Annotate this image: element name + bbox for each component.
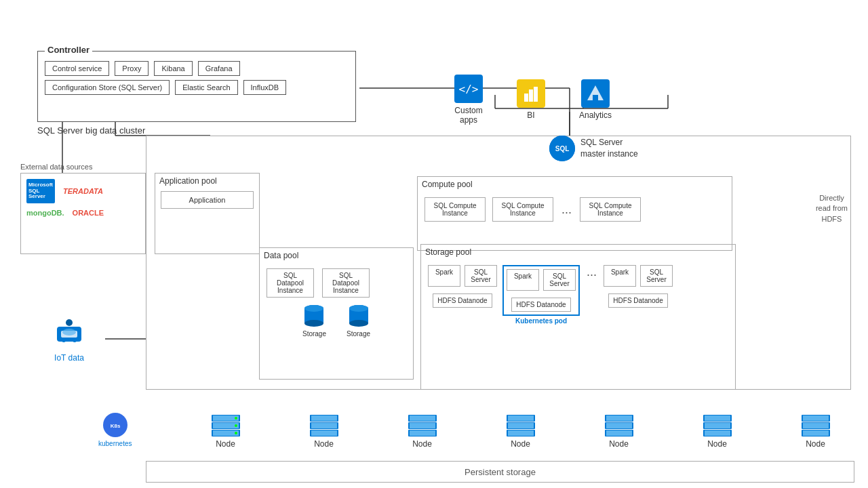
svg-rect-94: [705, 430, 730, 436]
node-server-icon-7: [802, 415, 830, 436]
k8s-pod-container: Spark SQLServer HDFS Datanode Kubernetes…: [502, 265, 580, 325]
application-inner: Application: [161, 191, 254, 209]
node-server-icon-6: [703, 415, 732, 436]
svg-point-49: [66, 319, 73, 326]
svg-point-63: [235, 424, 237, 427]
oracle-logo: ORACLE: [73, 209, 104, 217]
svg-rect-96: [803, 415, 829, 421]
hdfs-direct-label: Directlyread fromHDFS: [816, 193, 848, 224]
analytics-item: Analytics: [579, 79, 612, 120]
svg-rect-32: [524, 94, 528, 102]
top-apps: </> Customapps BI Ana: [454, 75, 612, 125]
app-pool-label: Application pool: [155, 174, 259, 188]
bi-item: BI: [517, 79, 545, 120]
svg-rect-86: [606, 423, 632, 428]
svg-rect-84: [606, 415, 632, 421]
spark-sql-pair-2: Spark SQLServer: [507, 269, 576, 291]
svg-point-46: [349, 320, 368, 327]
compute-instance-3: SQL ComputeInstance: [580, 197, 641, 222]
node-item-7: Node: [766, 415, 865, 449]
node-server-icon-5: [605, 415, 633, 436]
teradata-logo: TERADATA: [63, 187, 103, 195]
svg-rect-78: [508, 415, 534, 421]
compute-instances: SQL ComputeInstance SQL ComputeInstance …: [418, 192, 732, 227]
persistent-storage-bar: Persistent storage: [146, 461, 854, 483]
svg-rect-68: [311, 423, 337, 428]
svg-rect-76: [410, 430, 435, 436]
ctrl-btn-grafana: Grafana: [198, 61, 240, 76]
controller-label: Controller: [45, 45, 92, 55]
ext-sources-label: External data sources: [20, 163, 92, 171]
custom-apps-label: Customapps: [454, 106, 482, 125]
bdc-label: SQL Server big data cluster: [37, 125, 145, 136]
data-instance-1: SQLDatapoolInstance: [267, 268, 314, 298]
svg-point-43: [304, 305, 323, 312]
ext-logos: MicrosoftSQLServer TERADATA mongoDB. ORA…: [21, 174, 145, 222]
svg-point-47: [349, 305, 368, 312]
data-instance-2: SQLDatapoolInstance: [322, 268, 370, 298]
svg-rect-82: [508, 430, 534, 436]
controller-items: Control service Proxy Kibana Grafana Con…: [38, 52, 355, 100]
node-label-5: Node: [609, 439, 629, 449]
persistent-storage-label: Persistent storage: [465, 467, 536, 477]
ctrl-btn-elastic: Elastic Search: [175, 80, 237, 95]
ms-sql-logo: MicrosoftSQLServer: [26, 179, 55, 203]
iot-section: IoT data: [54, 319, 84, 363]
svg-point-64: [235, 432, 237, 434]
node-label-3: Node: [412, 439, 432, 449]
custom-apps-item: </> Customapps: [454, 75, 483, 125]
storage-icons: Storage Storage: [260, 300, 413, 340]
svg-rect-88: [606, 430, 632, 436]
node-server-icon-3: [408, 415, 437, 436]
ctrl-btn-kibana: Kibana: [154, 61, 192, 76]
node-label-4: Node: [511, 439, 530, 449]
application-pool: Application pool Application: [155, 173, 260, 254]
node-item-1: Node: [176, 415, 275, 449]
node-item-2: Node: [275, 415, 373, 449]
svg-rect-98: [803, 423, 829, 428]
storage-dots-sep: ...: [587, 265, 597, 279]
spark-sql-pair-1: Spark SQLServer: [428, 265, 497, 287]
svg-rect-70: [311, 430, 337, 436]
ext-sources-box: MicrosoftSQLServer TERADATA mongoDB. ORA…: [20, 173, 146, 254]
sql-master-text: SQL Servermaster instance: [580, 137, 638, 160]
node-item-4: Node: [471, 415, 570, 449]
data-pool-label: Data pool: [260, 248, 413, 263]
svg-rect-80: [508, 423, 534, 428]
iot-label: IoT data: [54, 353, 84, 363]
svg-point-52: [73, 338, 77, 342]
svg-rect-92: [705, 423, 730, 428]
sql-master-icon: SQL: [549, 136, 575, 161]
dots-separator: ...: [561, 203, 572, 217]
node-item-3: Node: [373, 415, 471, 449]
ctrl-btn-config-store: Configuration Store (SQL Server): [45, 80, 170, 95]
storage-pod-group-1: Spark SQLServer HDFS Datanode: [428, 265, 497, 308]
storage-item-2: Storage: [347, 303, 370, 338]
storage-pool-label: Storage pool: [421, 245, 735, 260]
ext-row-2: mongoDB. ORACLE: [26, 209, 140, 217]
k8s-pod-label: Kubernetes pod: [502, 317, 580, 325]
storage-pod-group-3: Spark SQLServer HDFS Datanode: [604, 265, 673, 308]
data-instances: SQLDatapoolInstance SQLDatapoolInstance: [260, 263, 413, 300]
spark-box-1: Spark: [428, 265, 460, 287]
storage-item-1: Storage: [302, 303, 326, 338]
spark-sql-pair-3: Spark SQLServer: [604, 265, 673, 287]
compute-instance-2: SQL ComputeInstance: [492, 197, 553, 222]
spark-box-3: Spark: [604, 265, 636, 287]
hdfs-box-3: HDFS Datanode: [608, 293, 667, 308]
nodes-row: Node Node Node: [88, 415, 865, 449]
sql-master: SQL SQL Servermaster instance: [549, 136, 638, 161]
svg-point-42: [304, 320, 323, 327]
bi-icon: [517, 79, 545, 108]
sqlsrv-box-2: SQLServer: [543, 269, 576, 291]
svg-rect-72: [410, 415, 435, 421]
storage-pool: Storage pool Spark SQLServer HDFS Datano…: [420, 244, 736, 390]
compute-pool: Compute pool SQL ComputeInstance SQL Com…: [417, 176, 732, 251]
node-item-5: Node: [570, 415, 668, 449]
svg-text:SQL: SQL: [555, 145, 570, 152]
svg-rect-34: [534, 87, 538, 102]
svg-rect-33: [529, 89, 533, 102]
custom-apps-icon: </>: [454, 75, 483, 103]
controller-row-1: Control service Proxy Kibana Grafana: [45, 61, 349, 76]
node-label-2: Node: [314, 439, 334, 449]
